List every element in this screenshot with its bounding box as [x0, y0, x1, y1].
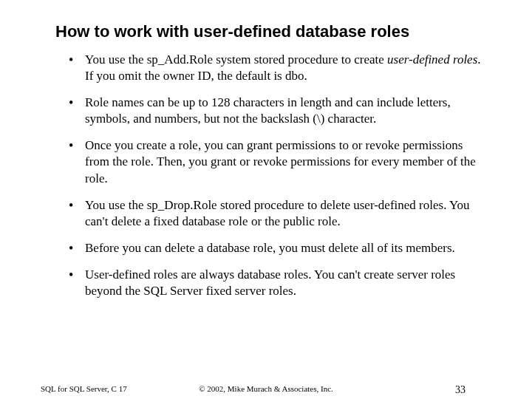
list-item: Once you create a role, you can grant pe… [69, 137, 488, 186]
bullet-list: You use the sp_Add.Role system stored pr… [55, 52, 488, 299]
bullet-text-italic: user-defined roles [387, 52, 477, 66]
footer-right: 33 [455, 384, 466, 396]
list-item: Role names can be up to 128 characters i… [69, 95, 488, 127]
slide-title: How to work with user-defined database r… [55, 22, 488, 41]
slide-content: How to work with user-defined database r… [0, 0, 532, 299]
bullet-text: User-defined roles are always database r… [85, 267, 455, 298]
bullet-text-prefix: You use the sp_Add.Role system stored pr… [85, 52, 387, 66]
bullet-text: Before you can delete a database role, y… [85, 241, 455, 255]
list-item: You use the sp_Add.Role system stored pr… [69, 52, 488, 84]
bullet-text: You use the sp_Drop.Role stored procedur… [85, 198, 470, 228]
bullet-text: Once you create a role, you can grant pe… [85, 138, 476, 185]
footer-left: SQL for SQL Server, C 17 [41, 384, 127, 393]
list-item: Before you can delete a database role, y… [69, 240, 488, 256]
list-item: You use the sp_Drop.Role stored procedur… [69, 197, 488, 230]
bullet-text: Role names can be up to 128 characters i… [85, 95, 451, 126]
footer-center: © 2002, Mike Murach & Associates, Inc. [199, 384, 333, 393]
list-item: User-defined roles are always database r… [69, 267, 488, 299]
